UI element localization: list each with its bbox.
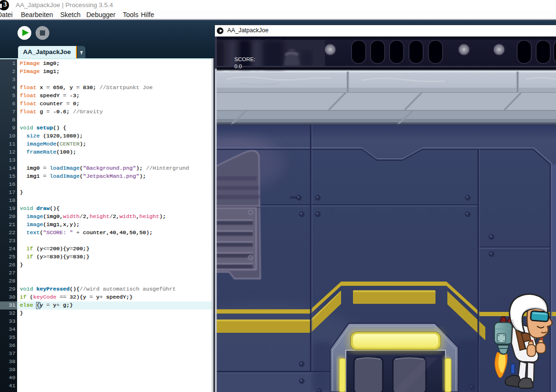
svg-text:SCORE:: SCORE:	[234, 56, 255, 62]
svg-text:0.0: 0.0	[234, 64, 242, 69]
